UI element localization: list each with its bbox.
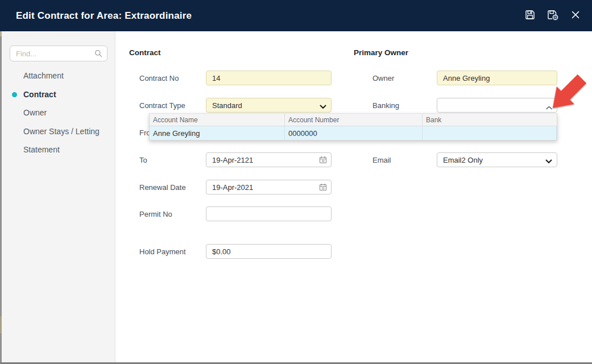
column-header-bank: Bank xyxy=(423,114,557,126)
cell-account-number: 0000000 xyxy=(285,126,423,140)
permit-no-row: Permit No xyxy=(139,206,332,221)
sidebar-item-statement[interactable]: Statement xyxy=(2,140,115,159)
banking-field xyxy=(437,98,557,113)
sidebar-item-attachment[interactable]: Attachment xyxy=(2,67,115,85)
chevron-down-icon xyxy=(545,156,552,166)
dialog-title: Edit Contract for Area: Extraordinaire xyxy=(16,10,192,22)
renewal-date-field xyxy=(206,180,332,195)
save-button[interactable] xyxy=(523,9,537,23)
cell-bank xyxy=(423,126,557,140)
permit-no-label: Permit No xyxy=(139,210,206,218)
sidebar-item-label: Owner xyxy=(23,108,47,117)
contract-no-input[interactable] xyxy=(206,71,332,85)
to-label: To xyxy=(139,156,206,164)
banking-dropdown-header: Account Name Account Number Bank xyxy=(150,114,557,126)
hold-payment-field xyxy=(206,244,332,259)
permit-no-field xyxy=(206,206,332,221)
owner-row: Owner xyxy=(372,71,557,85)
to-row: To xyxy=(139,152,332,167)
primary-owner-section-heading: Primary Owner xyxy=(354,48,408,57)
contract-type-field: Standard xyxy=(206,98,332,113)
sidebar-item-owner-stays-letting[interactable]: Owner Stays / Letting xyxy=(2,122,115,141)
dialog-titlebar: Edit Contract for Area: Extraordinaire xyxy=(0,0,592,31)
active-item-dot-icon xyxy=(12,92,17,97)
banking-dropdown-row[interactable]: Anne Greyling 0000000 xyxy=(150,126,557,140)
hold-payment-label: Hold Payment xyxy=(139,247,206,256)
sidebar-item-label: Owner Stays / Letting xyxy=(23,127,100,136)
column-header-account-number: Account Number xyxy=(285,114,423,126)
contract-no-field xyxy=(206,71,332,85)
to-date-input[interactable] xyxy=(206,152,332,167)
sidebar-item-owner[interactable]: Owner xyxy=(2,104,115,122)
contract-no-row: Contract No xyxy=(139,71,332,85)
renewal-date-label: Renewal Date xyxy=(139,183,206,192)
contract-no-label: Contract No xyxy=(139,74,206,82)
search-input[interactable] xyxy=(10,46,107,61)
contract-type-select[interactable]: Standard xyxy=(206,98,332,113)
permit-no-input[interactable] xyxy=(206,206,332,221)
chevron-down-icon xyxy=(320,101,326,111)
banking-dropdown-popup: Account Name Account Number Bank Anne Gr… xyxy=(149,113,557,140)
column-header-account-name: Account Name xyxy=(150,114,285,126)
banking-row: Banking xyxy=(372,98,557,113)
email-row: Email Email2 Only xyxy=(372,152,557,167)
cell-account-name: Anne Greyling xyxy=(150,126,285,140)
renewal-date-input[interactable] xyxy=(206,180,332,195)
email-label: Email xyxy=(372,156,437,164)
sidebar-item-contract[interactable]: Contract xyxy=(2,85,115,104)
save-options-button[interactable] xyxy=(545,9,560,23)
renewal-date-row: Renewal Date xyxy=(139,180,332,195)
contract-form: Contract Primary Owner Contract No Contr… xyxy=(116,31,592,362)
owner-input[interactable] xyxy=(437,71,557,85)
owner-field xyxy=(437,71,557,85)
titlebar-actions xyxy=(523,0,583,31)
banking-label: Banking xyxy=(372,101,437,110)
sidebar-item-label: Contract xyxy=(23,90,56,99)
owner-label: Owner xyxy=(372,74,437,82)
banking-select[interactable] xyxy=(437,98,557,113)
search-icon xyxy=(94,49,102,60)
close-icon xyxy=(572,11,579,21)
sidebar: Attachment Contract Owner Owner Stays / … xyxy=(2,31,115,362)
contract-type-label: Contract Type xyxy=(139,101,206,110)
hold-payment-row: Hold Payment xyxy=(139,244,332,259)
email-field: Email2 Only xyxy=(437,152,557,167)
hold-payment-input[interactable] xyxy=(206,244,332,259)
chevron-up-icon xyxy=(546,102,552,112)
sidebar-search xyxy=(10,46,107,61)
edit-contract-dialog: Edit Contract for Area: Extraordinaire xyxy=(0,0,592,364)
save-options-icon xyxy=(547,9,559,23)
contract-type-row: Contract Type Standard xyxy=(139,98,332,113)
email-select[interactable]: Email2 Only xyxy=(437,152,557,167)
save-icon xyxy=(524,9,536,23)
sidebar-item-label: Statement xyxy=(23,145,60,154)
sidebar-nav: Attachment Contract Owner Owner Stays / … xyxy=(2,67,115,159)
sidebar-item-label: Attachment xyxy=(23,71,64,80)
contract-section-heading: Contract xyxy=(129,48,161,57)
close-button[interactable] xyxy=(568,9,583,23)
to-field xyxy=(206,152,332,167)
